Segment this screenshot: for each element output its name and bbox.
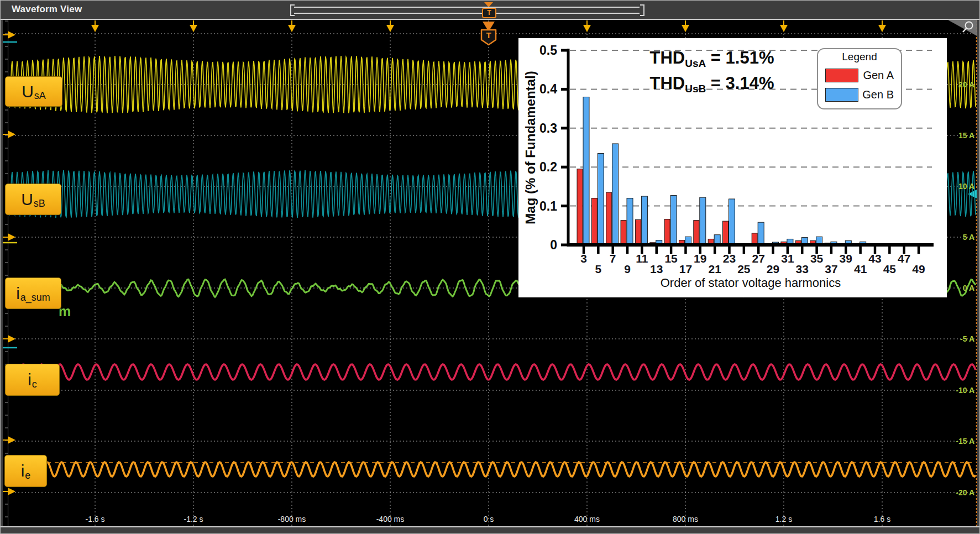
bar-gen-b-h7: [612, 144, 619, 245]
time-label: -800 ms: [278, 515, 306, 523]
x-tick-label: 31: [781, 252, 794, 265]
scale-label: 20 A: [958, 80, 974, 89]
badge-main-label: U: [21, 190, 33, 209]
time-label: 1.2 s: [775, 515, 792, 523]
badge-sub-label: sA: [34, 90, 46, 102]
channel-ref-arrow[interactable]: [8, 436, 15, 444]
y-tick-label: 0.3: [539, 121, 557, 135]
bar-gen-a-h5: [591, 198, 597, 245]
x-tick-label: 13: [650, 263, 663, 275]
channel-ref-arrow[interactable]: [8, 488, 15, 495]
x-tick-label: 19: [694, 252, 706, 265]
legend-swatch-gen-b: [825, 88, 858, 102]
bar-gen-a-h11: [635, 219, 641, 245]
scale-label: -20 A: [956, 488, 974, 497]
x-tick-label: 11: [636, 252, 648, 265]
thd-line-UsA: THDUsA = 1.51%: [601, 46, 822, 71]
x-tick-label: 47: [898, 252, 910, 265]
x-tick-label: 9: [624, 263, 631, 275]
x-axis-label: Order of stator voltage harmonics: [661, 276, 841, 290]
window-footer: [1, 526, 979, 533]
top-marker-arrow[interactable]: [386, 25, 394, 32]
x-tick-label: 27: [752, 252, 765, 265]
y-tick-label: 0.2: [539, 160, 557, 174]
top-marker-arrow[interactable]: [583, 25, 591, 32]
channel-ref-arrow[interactable]: [8, 130, 15, 138]
titlebar: Waveform View T: [1, 1, 979, 20]
x-tick-label: 41: [854, 263, 867, 275]
y-tick-label: 0.5: [539, 43, 557, 57]
legend-label-gen-a: Gen A: [863, 69, 894, 82]
y-axis-label: Mag (% of Fundamental): [523, 71, 538, 224]
legend-swatch-gen-a: [825, 69, 858, 82]
x-tick-label: 29: [767, 263, 779, 275]
legend-entry-gen-a: Gen A: [818, 69, 901, 82]
time-label: -400 ms: [376, 515, 405, 523]
channel-ref-arrow[interactable]: [8, 335, 15, 343]
channel-ref-arrow[interactable]: [8, 31, 15, 39]
top-marker-arrow[interactable]: [190, 25, 197, 32]
channel-badge-sA[interactable]: UsA: [5, 76, 62, 107]
bar-gen-b-h19: [700, 197, 706, 245]
trigger-marker[interactable]: T: [481, 22, 496, 45]
bar-gen-b-h5: [598, 154, 604, 245]
scale-label: -15 A: [956, 437, 974, 446]
window-frame-right: [977, 1, 979, 533]
top-marker-arrow[interactable]: [682, 25, 689, 32]
x-tick-label: 45: [883, 263, 897, 275]
scale-label: 0 A: [963, 284, 974, 292]
zoom-magnifier-icon[interactable]: [947, 19, 979, 37]
badge-main-label: i: [28, 370, 32, 389]
waveform-c: [8, 364, 976, 380]
timeline-slider-track[interactable]: [294, 7, 640, 14]
bar-gen-a-h19: [694, 221, 699, 245]
time-label: -1.2 s: [184, 515, 203, 523]
channel-badge-a_sum[interactable]: ia_sum: [5, 278, 61, 309]
x-tick-label: 49: [912, 263, 925, 275]
scale-label: 15 A: [958, 131, 974, 140]
scale-label: -5 A: [960, 334, 974, 343]
legend-title: Legend: [818, 51, 901, 63]
bar-gen-a-h7: [606, 192, 612, 245]
legend-label-gen-b: Gen B: [862, 88, 894, 101]
harmonics-chart-inset: 00.10.20.30.40.5357911131517192123252729…: [518, 38, 947, 297]
thd-line-UsB: THDUsB = 3.14%: [601, 71, 822, 97]
trigger-badge-label: T: [486, 30, 491, 40]
badge-sub-label: e: [25, 470, 30, 481]
y-tick-label: 0: [550, 238, 557, 252]
badge-main-label: i: [16, 284, 20, 303]
top-marker-arrow[interactable]: [878, 25, 886, 32]
x-tick-label: 35: [810, 252, 824, 265]
window-title: Waveform View: [12, 1, 82, 18]
trigger-badge-titlebar[interactable]: T: [482, 8, 496, 18]
timeline-slider-right-cap[interactable]: [640, 4, 644, 16]
badge-main-label: i: [21, 462, 25, 480]
timeline-slider-left-cap[interactable]: [290, 4, 295, 16]
x-tick-label: 21: [708, 263, 721, 275]
channel-badge-sB[interactable]: UsB: [5, 184, 61, 215]
x-tick-label: 7: [610, 252, 616, 265]
zoom-corner-triangle[interactable]: [947, 19, 979, 37]
top-marker-arrow[interactable]: [288, 25, 296, 32]
scale-label: 10 A: [958, 182, 974, 191]
scale-label: -10 A: [956, 386, 974, 395]
trigger-position-arrow[interactable]: [484, 2, 493, 7]
x-tick-label: 25: [737, 263, 751, 275]
top-marker-arrow[interactable]: [91, 25, 99, 32]
channel-badge-c[interactable]: ic: [5, 364, 60, 396]
x-tick-label: 23: [723, 252, 736, 265]
bar-gen-a-h3: [577, 169, 583, 245]
x-tick-label: 5: [595, 263, 602, 275]
time-label: -1.6 s: [85, 515, 104, 523]
channel-ref-arrow[interactable]: [8, 233, 15, 241]
time-label: 0 s: [484, 515, 494, 523]
y-tick-label: 0.1: [539, 199, 557, 213]
x-tick-label: 43: [868, 252, 881, 265]
x-tick-label: 3: [580, 252, 587, 265]
badge-sub-label: sB: [34, 198, 45, 210]
top-marker-arrow[interactable]: [780, 25, 788, 32]
channel-badge-e[interactable]: ie: [4, 455, 47, 487]
x-tick-label: 37: [825, 263, 837, 275]
bar-gen-a-h27: [752, 233, 757, 245]
time-label: 1.6 s: [874, 515, 890, 523]
